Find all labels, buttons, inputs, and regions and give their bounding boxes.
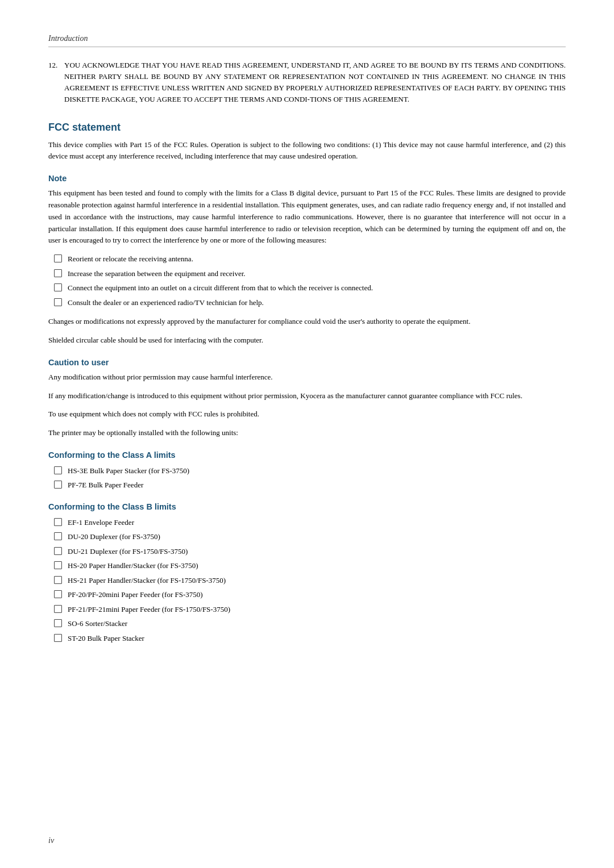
caution-section: Caution to user Any modification without… (48, 358, 566, 439)
bullet-icon (54, 619, 62, 627)
bullet-icon (54, 269, 62, 277)
item-12: 12. YOU ACKNOWLEDGE THAT YOU HAVE READ T… (48, 60, 566, 106)
bullet-icon (54, 576, 62, 584)
page-footer: iv (48, 836, 54, 845)
list-item: Reorient or relocate the receiving anten… (54, 253, 566, 265)
bullet-text: ST-20 Bulk Paper Stacker (68, 633, 144, 644)
list-item: Consult the dealer or an experienced rad… (54, 297, 566, 308)
list-item: PF-21/PF-21mini Paper Feeder (for FS-175… (54, 604, 566, 615)
caution-para4: The printer may be optionally installed … (48, 427, 566, 439)
changes-text: Changes or modifications not expressly a… (48, 316, 566, 328)
page-number: iv (48, 836, 54, 845)
caution-para2: If any modification/change is introduced… (48, 390, 566, 402)
bullet-text: SO-6 Sorter/Stacker (68, 618, 127, 629)
class-b-heading: Conforming to the Class B limits (48, 502, 566, 511)
header-title: Introduction (48, 34, 88, 43)
bullet-text: HS-20 Paper Handler/Stacker (for FS-3750… (68, 560, 198, 571)
caution-heading: Caution to user (48, 358, 566, 367)
fcc-body: This device complies with Part 15 of the… (48, 139, 566, 163)
class-b-section: Conforming to the Class B limits EF-1 En… (48, 502, 566, 644)
list-item: HS-20 Paper Handler/Stacker (for FS-3750… (54, 560, 566, 571)
bullet-text: PF-7E Bulk Paper Feeder (68, 479, 143, 491)
bullet-icon (54, 547, 62, 555)
bullet-icon (54, 561, 62, 569)
bullet-icon (54, 298, 62, 306)
bullet-icon (54, 283, 62, 291)
list-item: EF-1 Envelope Feeder (54, 517, 566, 528)
list-item: DU-21 Duplexer (for FS-1750/FS-3750) (54, 546, 566, 557)
item-12-body: YOU ACKNOWLEDGE THAT YOU HAVE READ THIS … (64, 60, 566, 106)
caution-para1: Any modification without prior permissio… (48, 372, 566, 383)
list-item: PF-7E Bulk Paper Feeder (54, 479, 566, 491)
bullet-icon (54, 532, 62, 540)
bullet-icon (54, 254, 62, 262)
list-item: HS-3E Bulk Paper Stacker (for FS-3750) (54, 465, 566, 477)
page: Introduction 12. YOU ACKNOWLEDGE THAT YO… (0, 0, 614, 868)
header-section: Introduction (48, 34, 566, 47)
fcc-bullet-list: Reorient or relocate the receiving anten… (54, 253, 566, 308)
fcc-heading: FCC statement (48, 122, 566, 133)
bullet-text: Consult the dealer or an experienced rad… (68, 297, 264, 308)
bullet-text: PF-20/PF-20mini Paper Feeder (for FS-375… (68, 589, 203, 600)
bullet-icon (54, 590, 62, 598)
fcc-section: FCC statement This device complies with … (48, 122, 566, 347)
list-item: Increase the separation between the equi… (54, 268, 566, 279)
bullet-text: DU-21 Duplexer (for FS-1750/FS-3750) (68, 546, 188, 557)
bullet-icon (54, 481, 62, 489)
bullet-text: Reorient or relocate the receiving anten… (68, 253, 193, 265)
list-item: ST-20 Bulk Paper Stacker (54, 633, 566, 644)
bullet-text: PF-21/PF-21mini Paper Feeder (for FS-175… (68, 604, 230, 615)
bullet-text: DU-20 Duplexer (for FS-3750) (68, 531, 160, 542)
bullet-text: HS-3E Bulk Paper Stacker (for FS-3750) (68, 465, 189, 477)
list-item: DU-20 Duplexer (for FS-3750) (54, 531, 566, 542)
note-body: This equipment has been tested and found… (48, 187, 566, 247)
list-item: SO-6 Sorter/Stacker (54, 618, 566, 629)
list-item: Connect the equipment into an outlet on … (54, 282, 566, 294)
class-b-list: EF-1 Envelope Feeder DU-20 Duplexer (for… (54, 517, 566, 644)
class-a-section: Conforming to the Class A limits HS-3E B… (48, 450, 566, 491)
bullet-text: Connect the equipment into an outlet on … (68, 282, 373, 294)
bullet-icon (54, 466, 62, 474)
shielded-text: Shielded circular cable should be used f… (48, 335, 566, 347)
list-item: HS-21 Paper Handler/Stacker (for FS-1750… (54, 575, 566, 586)
note-heading: Note (48, 174, 566, 183)
bullet-icon (54, 518, 62, 526)
bullet-text: HS-21 Paper Handler/Stacker (for FS-1750… (68, 575, 226, 586)
bullet-icon (54, 605, 62, 613)
bullet-icon (54, 634, 62, 642)
item-number: 12. (48, 60, 64, 71)
bullet-text: Increase the separation between the equi… (68, 268, 246, 279)
class-a-list: HS-3E Bulk Paper Stacker (for FS-3750) P… (54, 465, 566, 491)
list-item: PF-20/PF-20mini Paper Feeder (for FS-375… (54, 589, 566, 600)
caution-para3: To use equipment which does not comply w… (48, 408, 566, 420)
bullet-text: EF-1 Envelope Feeder (68, 517, 134, 528)
class-a-heading: Conforming to the Class A limits (48, 450, 566, 460)
